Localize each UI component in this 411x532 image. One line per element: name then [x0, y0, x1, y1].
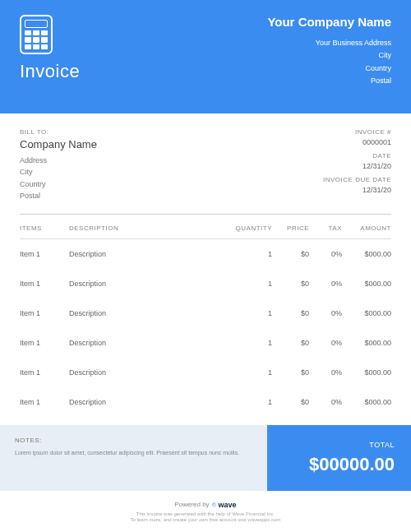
line-items-table: ITEMS DESCRIPTION QUANTITY PRICE TAX AMO…	[0, 215, 411, 417]
cell-price: $0	[272, 339, 309, 347]
table-row: Item 1Description1$00%$000.00	[20, 387, 391, 417]
cell-item: Item 1	[20, 280, 69, 288]
total-amount: $00000.00	[284, 454, 395, 475]
company-country: Country	[267, 62, 391, 75]
header-right: Your Company Name Your Business Address …	[267, 15, 391, 89]
cell-item: Item 1	[20, 398, 69, 406]
cell-item: Item 1	[20, 250, 69, 258]
company-city: City	[267, 49, 391, 62]
invoice-date: 12/31/20	[323, 162, 391, 170]
invoice-date-label: DATE	[323, 152, 391, 160]
invoice-due-date: 12/31/20	[323, 186, 391, 194]
cell-desc: Description	[69, 309, 231, 317]
cell-amount: $000.00	[342, 280, 391, 288]
cell-item: Item 1	[20, 339, 69, 347]
total-block: TOTAL $00000.00	[267, 425, 411, 491]
notes-text: Lorem ipsum dolor sit amet, consectetur …	[15, 449, 252, 458]
cell-amount: $000.00	[342, 309, 391, 317]
cell-amount: $000.00	[342, 250, 391, 258]
cell-tax: 0%	[309, 398, 342, 406]
table-row: Item 1Description1$00%$000.00	[20, 298, 391, 328]
cell-amount: $000.00	[342, 398, 391, 406]
notes-block: NOTES: Lorem ipsum dolor sit amet, conse…	[0, 425, 267, 491]
cell-tax: 0%	[309, 250, 342, 258]
invoice-due-label: INVOICE DUE DATE	[323, 176, 391, 183]
cell-price: $0	[272, 280, 309, 288]
document-title: Invoice	[20, 61, 80, 82]
cell-qty: 1	[231, 398, 272, 406]
cell-tax: 0%	[309, 309, 342, 317]
footer-line1: This invoice was generated with the help…	[0, 511, 411, 518]
cell-qty: 1	[231, 339, 272, 347]
bill-to-name: Company Name	[20, 138, 97, 150]
col-items: ITEMS	[20, 224, 69, 232]
cell-price: $0	[272, 368, 309, 377]
company-name: Your Company Name	[267, 15, 391, 29]
bottom-section: NOTES: Lorem ipsum dolor sit amet, conse…	[0, 425, 411, 491]
cell-qty: 1	[231, 250, 272, 258]
cell-item: Item 1	[20, 368, 69, 377]
invoice-meta-block: INVOICE # 0000001 DATE 12/31/20 INVOICE …	[323, 128, 391, 202]
powered-by: Powered by ⎋ wave	[0, 501, 411, 509]
header-left: Invoice	[20, 15, 80, 89]
col-quantity: QUANTITY	[231, 224, 272, 232]
cell-tax: 0%	[309, 280, 342, 288]
invoice-number: 0000001	[323, 138, 391, 146]
footer-line2: To learn more, and create your own free …	[0, 517, 411, 524]
wave-logo-icon: ⎋	[212, 501, 216, 508]
table-row: Item 1Description1$00%$000.00	[20, 328, 391, 358]
cell-amount: $000.00	[342, 339, 391, 347]
cell-desc: Description	[69, 339, 231, 347]
cell-desc: Description	[69, 250, 231, 258]
col-description: DESCRIPTION	[69, 224, 231, 232]
col-tax: TAX	[309, 224, 342, 232]
cell-qty: 1	[231, 368, 272, 377]
company-address: Your Business Address	[267, 37, 391, 49]
cell-price: $0	[272, 309, 309, 317]
meta-section: BILL TO: Company Name Address City Count…	[20, 113, 391, 215]
footer: Powered by ⎋ wave This invoice was gener…	[0, 491, 411, 532]
cell-tax: 0%	[309, 368, 342, 377]
col-amount: AMOUNT	[342, 224, 391, 232]
cell-item: Item 1	[20, 309, 69, 317]
cell-desc: Description	[69, 398, 231, 406]
wave-brand: wave	[219, 501, 237, 509]
table-row: Item 1Description1$00%$000.00	[20, 239, 391, 269]
bill-to-postal: Postal	[20, 190, 97, 201]
cell-price: $0	[272, 398, 309, 406]
invoice-number-label: INVOICE #	[323, 128, 391, 136]
notes-label: NOTES:	[15, 437, 252, 444]
table-row: Item 1Description1$00%$000.00	[20, 269, 391, 298]
table-row: Item 1Description1$00%$000.00	[20, 358, 391, 387]
cell-desc: Description	[69, 280, 231, 288]
invoice-header: Invoice Your Company Name Your Business …	[0, 0, 411, 113]
cell-amount: $000.00	[342, 368, 391, 377]
col-price: PRICE	[272, 224, 309, 232]
bill-to-country: Country	[20, 178, 97, 190]
cell-price: $0	[272, 250, 309, 258]
bill-to-block: BILL TO: Company Name Address City Count…	[20, 128, 97, 202]
calculator-icon	[20, 15, 53, 54]
bill-to-city: City	[20, 166, 97, 178]
powered-label: Powered by	[174, 501, 209, 508]
company-postal: Postal	[267, 75, 391, 87]
cell-tax: 0%	[309, 339, 342, 347]
table-header: ITEMS DESCRIPTION QUANTITY PRICE TAX AMO…	[20, 215, 391, 239]
cell-qty: 1	[231, 280, 272, 288]
bill-to-label: BILL TO:	[20, 128, 97, 136]
bill-to-address: Address	[20, 155, 97, 166]
cell-desc: Description	[69, 368, 231, 377]
cell-qty: 1	[231, 309, 272, 317]
total-label: TOTAL	[284, 441, 395, 449]
